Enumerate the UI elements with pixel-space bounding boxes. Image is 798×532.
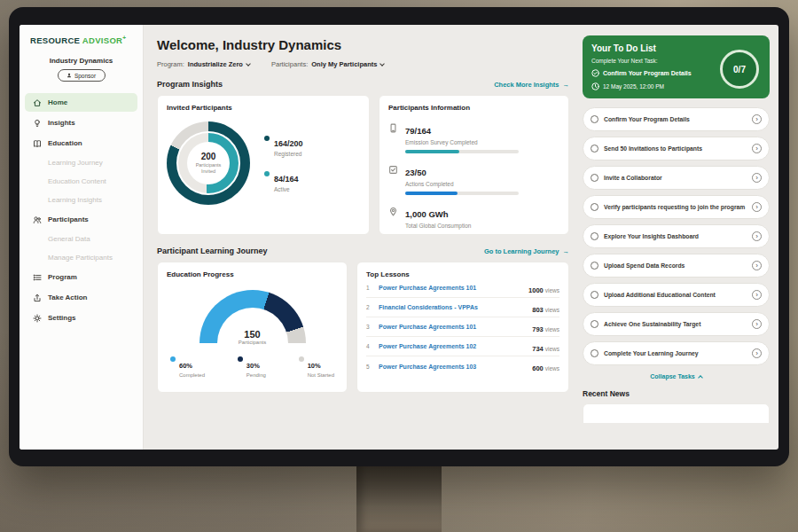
info-row-consumption: 1,000 GWh Total Global Consumption bbox=[388, 205, 559, 229]
task-checkbox[interactable] bbox=[591, 174, 598, 182]
lesson-views-value: 734 bbox=[532, 345, 544, 353]
sidebar-item-home[interactable]: Home bbox=[25, 93, 137, 112]
lesson-views: 1000views bbox=[528, 280, 559, 296]
survey-icon bbox=[388, 123, 398, 133]
lesson-views: 803views bbox=[532, 300, 559, 316]
sidebar-item-label: Learning Insights bbox=[48, 196, 102, 204]
program-insights-title: Program Insights bbox=[157, 80, 223, 89]
logo-advisor: ADVISOR bbox=[82, 35, 122, 45]
participants-information-card: Participants Information 79/164 Emission… bbox=[379, 95, 569, 235]
education-progress-card: Education Progress 150 Participants bbox=[157, 262, 348, 393]
sidebar-item-general-data[interactable]: General Data bbox=[25, 231, 137, 247]
donut-center-value: 200 bbox=[201, 152, 216, 161]
chevron-right-icon[interactable]: › bbox=[752, 144, 762, 153]
task-checkbox[interactable] bbox=[591, 115, 598, 123]
chevron-right-icon[interactable]: › bbox=[752, 202, 762, 212]
sidebar-item-take-action[interactable]: Take Action bbox=[25, 288, 137, 307]
sidebar: RESOURCE ADVISOR+ Industry Dynamics Spon… bbox=[20, 25, 144, 450]
chevron-right-icon[interactable]: › bbox=[752, 173, 762, 183]
task-item[interactable]: Verify participants requesting to join t… bbox=[583, 195, 770, 219]
lesson-link[interactable]: Power Purchase Agreements 103 bbox=[379, 364, 532, 370]
active-label: Active bbox=[274, 186, 299, 192]
recent-news-title: Recent News bbox=[583, 389, 770, 398]
program-filter[interactable]: Program: Industrialize Zero bbox=[157, 60, 250, 68]
lesson-link[interactable]: Power Purchase Agreements 101 bbox=[379, 324, 532, 330]
learning-section-header: Participant Learning Journey Go to Learn… bbox=[157, 246, 569, 255]
task-label: Invite a Collaborator bbox=[604, 174, 747, 183]
participants-information-title: Participants Information bbox=[388, 104, 559, 112]
legend-dot bbox=[299, 356, 304, 362]
monitor-bezel: RESOURCE ADVISOR+ Industry Dynamics Spon… bbox=[9, 7, 789, 466]
sidebar-item-manage-participants[interactable]: Manage Participants bbox=[25, 249, 137, 266]
gauge-center-value: 150 bbox=[196, 329, 309, 340]
lesson-link[interactable]: Financial Considerations - VPPAs bbox=[379, 304, 532, 310]
todo-next-task-label: Confirm Your Program Details bbox=[603, 70, 692, 76]
sidebar-item-settings[interactable]: Settings bbox=[25, 309, 137, 327]
collapse-tasks-link[interactable]: Collapse Tasks bbox=[583, 373, 770, 379]
sidebar-item-program[interactable]: Program bbox=[25, 268, 137, 286]
participants-filter-label: Participants: bbox=[271, 60, 308, 68]
legend-dot bbox=[238, 356, 243, 362]
lesson-link[interactable]: Power Purchase Agreements 102 bbox=[379, 343, 532, 349]
lesson-row: 2 Financial Considerations - VPPAs 803vi… bbox=[366, 298, 559, 317]
chevron-right-icon[interactable]: › bbox=[752, 290, 762, 300]
chevron-right-icon[interactable]: › bbox=[752, 261, 762, 270]
task-item[interactable]: Invite a Collaborator › bbox=[583, 166, 770, 190]
completed-label: Completed bbox=[179, 372, 205, 378]
sidebar-item-label: Insights bbox=[48, 119, 75, 127]
task-item[interactable]: Complete Your Learning Journey › bbox=[583, 341, 770, 365]
task-checkbox[interactable] bbox=[591, 320, 598, 328]
invited-donut-chart: 200 Participants Invited bbox=[167, 121, 250, 205]
task-item[interactable]: Confirm Your Program Details › bbox=[583, 107, 770, 131]
chevron-right-icon[interactable]: › bbox=[752, 231, 762, 241]
consumption-label: Total Global Consumption bbox=[405, 223, 471, 229]
go-to-learning-journey-label: Go to Learning Journey bbox=[484, 247, 559, 255]
legend-item-active: 84/164 Active bbox=[264, 169, 303, 192]
task-list: Confirm Your Program Details › Send 50 I… bbox=[583, 107, 770, 365]
sidebar-nav: Home Insights Education Learning Journey bbox=[20, 93, 143, 327]
task-checkbox[interactable] bbox=[591, 349, 598, 357]
pending-value: 30% bbox=[246, 362, 260, 370]
task-label: Complete Your Learning Journey bbox=[604, 349, 747, 358]
lesson-views-value: 803 bbox=[532, 306, 544, 314]
sidebar-item-label: Education Content bbox=[48, 177, 106, 185]
invited-legend: 164/200 Registered 84/164 Active bbox=[264, 121, 303, 205]
sidebar-item-insights[interactable]: Insights bbox=[25, 113, 137, 132]
sidebar-item-participants[interactable]: Participants bbox=[25, 210, 137, 229]
task-item[interactable]: Explore Your Insights Dashboard › bbox=[583, 224, 770, 248]
task-checkbox[interactable] bbox=[591, 262, 598, 270]
task-checkbox[interactable] bbox=[591, 291, 598, 299]
check-more-insights-link[interactable]: Check More Insights → bbox=[494, 81, 569, 89]
legend-item-completed: 60% Completed bbox=[170, 356, 205, 378]
lesson-views-unit: views bbox=[545, 365, 559, 372]
task-checkbox[interactable] bbox=[591, 203, 598, 211]
sidebar-item-education[interactable]: Education bbox=[25, 134, 137, 153]
go-to-learning-journey-link[interactable]: Go to Learning Journey → bbox=[484, 247, 569, 255]
lesson-link[interactable]: Power Purchase Agreements 101 bbox=[379, 285, 528, 291]
actions-progress-track bbox=[405, 192, 519, 195]
education-gauge-chart: 150 Participants bbox=[196, 290, 309, 345]
task-item[interactable]: Upload Additional Educational Content › bbox=[583, 283, 770, 307]
legend-item-not-started: 10% Not Started bbox=[299, 356, 334, 378]
sidebar-item-learning-journey[interactable]: Learning Journey bbox=[25, 154, 137, 171]
task-item[interactable]: Upload Spend Data Records › bbox=[583, 254, 770, 278]
chevron-right-icon[interactable]: › bbox=[752, 319, 762, 329]
legend-dot bbox=[170, 356, 176, 362]
sidebar-item-education-content[interactable]: Education Content bbox=[25, 173, 137, 190]
sidebar-item-learning-insights[interactable]: Learning Insights bbox=[25, 192, 137, 208]
participants-filter[interactable]: Participants: Only My Participants bbox=[271, 60, 384, 68]
lesson-views: 793views bbox=[532, 319, 559, 335]
task-item[interactable]: Send 50 Invitations to Participants › bbox=[583, 137, 770, 160]
lesson-rank: 4 bbox=[366, 343, 379, 349]
not-started-label: Not Started bbox=[308, 372, 334, 378]
logo-plus: + bbox=[122, 35, 126, 41]
task-item[interactable]: Achieve One Sustainability Target › bbox=[583, 312, 770, 336]
task-checkbox[interactable] bbox=[591, 232, 598, 240]
chevron-right-icon[interactable]: › bbox=[752, 348, 762, 358]
education-gauge-center: 150 Participants bbox=[196, 329, 309, 345]
lesson-views-value: 1000 bbox=[528, 286, 544, 294]
chevron-right-icon[interactable]: › bbox=[752, 114, 762, 124]
task-checkbox[interactable] bbox=[591, 145, 598, 153]
education-progress-title: Education Progress bbox=[167, 270, 338, 278]
task-label: Upload Additional Educational Content bbox=[604, 291, 747, 300]
